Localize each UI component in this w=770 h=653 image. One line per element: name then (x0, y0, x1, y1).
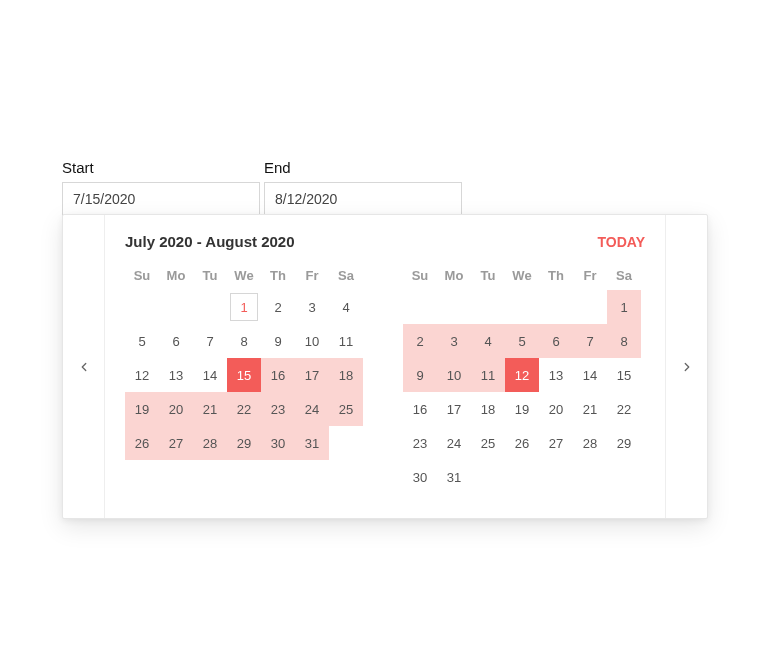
calendar-day[interactable]: 29 (227, 426, 261, 460)
calendar-day[interactable]: 30 (403, 460, 437, 494)
calendar-month: SuMoTuWeThFrSa12345678910111213141516171… (403, 260, 641, 494)
dow-header: Mo (159, 260, 193, 290)
calendar-day[interactable]: 10 (437, 358, 471, 392)
calendar-day[interactable]: 10 (295, 324, 329, 358)
calendar-day[interactable]: 21 (193, 392, 227, 426)
calendar-day[interactable]: 20 (159, 392, 193, 426)
calendar-day[interactable]: 12 (505, 358, 539, 392)
prev-month-button[interactable] (63, 215, 105, 518)
dow-header: Tu (193, 260, 227, 290)
dow-header: Th (539, 260, 573, 290)
calendar-day[interactable]: 6 (159, 324, 193, 358)
calendar-day[interactable]: 24 (295, 392, 329, 426)
calendar-day[interactable]: 30 (261, 426, 295, 460)
dow-header: Fr (295, 260, 329, 290)
today-button[interactable]: TODAY (598, 234, 645, 250)
calendar-day[interactable]: 6 (539, 324, 573, 358)
dow-header: Fr (573, 260, 607, 290)
dow-header: Mo (437, 260, 471, 290)
calendar-day[interactable]: 9 (261, 324, 295, 358)
calendar-day[interactable]: 11 (329, 324, 363, 358)
calendar-day[interactable]: 19 (125, 392, 159, 426)
calendar-day[interactable]: 22 (227, 392, 261, 426)
dow-header: Su (125, 260, 159, 290)
calendar-day[interactable]: 16 (261, 358, 295, 392)
calendar-day[interactable]: 7 (193, 324, 227, 358)
dow-header: Tu (471, 260, 505, 290)
calendar-day[interactable]: 16 (403, 392, 437, 426)
dow-header: Th (261, 260, 295, 290)
calendar-day[interactable]: 19 (505, 392, 539, 426)
calendar-day[interactable]: 24 (437, 426, 471, 460)
calendar-day[interactable]: 17 (295, 358, 329, 392)
calendar-day[interactable]: 18 (329, 358, 363, 392)
start-label: Start (62, 159, 260, 176)
dow-header: We (505, 260, 539, 290)
dow-header: Sa (607, 260, 641, 290)
dow-header: We (227, 260, 261, 290)
calendar-month: SuMoTuWeThFrSa12345678910111213141516171… (125, 260, 363, 494)
calendar-day[interactable]: 1 (227, 290, 261, 324)
calendar-day[interactable]: 31 (437, 460, 471, 494)
date-range-panel: July 2020 - August 2020 TODAY SuMoTuWeTh… (62, 214, 708, 519)
calendar-day[interactable]: 15 (607, 358, 641, 392)
calendar-day[interactable]: 5 (505, 324, 539, 358)
calendar-day[interactable]: 26 (125, 426, 159, 460)
calendar-day[interactable]: 17 (437, 392, 471, 426)
calendar-day[interactable]: 14 (193, 358, 227, 392)
calendar-day[interactable]: 27 (539, 426, 573, 460)
calendar-day[interactable]: 28 (573, 426, 607, 460)
range-title: July 2020 - August 2020 (125, 233, 295, 250)
calendar-day[interactable]: 23 (261, 392, 295, 426)
chevron-left-icon (77, 360, 91, 374)
calendar-day[interactable]: 3 (295, 290, 329, 324)
end-input[interactable] (264, 182, 462, 216)
calendar-day[interactable]: 29 (607, 426, 641, 460)
calendar-day[interactable]: 13 (159, 358, 193, 392)
calendar-day[interactable]: 31 (295, 426, 329, 460)
calendar-day[interactable]: 25 (329, 392, 363, 426)
calendar-day[interactable]: 28 (193, 426, 227, 460)
calendar-day[interactable]: 3 (437, 324, 471, 358)
dow-header: Sa (329, 260, 363, 290)
calendar-day[interactable]: 7 (573, 324, 607, 358)
calendar-day[interactable]: 2 (403, 324, 437, 358)
calendar-day[interactable]: 13 (539, 358, 573, 392)
calendar-day[interactable]: 25 (471, 426, 505, 460)
next-month-button[interactable] (665, 215, 707, 518)
calendar-day[interactable]: 26 (505, 426, 539, 460)
calendar-day[interactable]: 27 (159, 426, 193, 460)
calendar-day[interactable]: 4 (471, 324, 505, 358)
calendar-day[interactable]: 1 (607, 290, 641, 324)
calendar-day[interactable]: 4 (329, 290, 363, 324)
calendar-day[interactable]: 23 (403, 426, 437, 460)
chevron-right-icon (680, 360, 694, 374)
calendar-day[interactable]: 15 (227, 358, 261, 392)
dow-header: Su (403, 260, 437, 290)
calendar-day[interactable]: 11 (471, 358, 505, 392)
calendar-day[interactable]: 5 (125, 324, 159, 358)
calendar-day[interactable]: 9 (403, 358, 437, 392)
end-label: End (264, 159, 462, 176)
calendar-day[interactable]: 18 (471, 392, 505, 426)
calendar-day[interactable]: 22 (607, 392, 641, 426)
calendar-day[interactable]: 2 (261, 290, 295, 324)
calendar-day[interactable]: 8 (607, 324, 641, 358)
calendar-day[interactable]: 12 (125, 358, 159, 392)
calendar-day[interactable]: 8 (227, 324, 261, 358)
calendar-day[interactable]: 14 (573, 358, 607, 392)
calendar-day[interactable]: 21 (573, 392, 607, 426)
calendar-day[interactable]: 20 (539, 392, 573, 426)
start-input[interactable] (62, 182, 260, 216)
